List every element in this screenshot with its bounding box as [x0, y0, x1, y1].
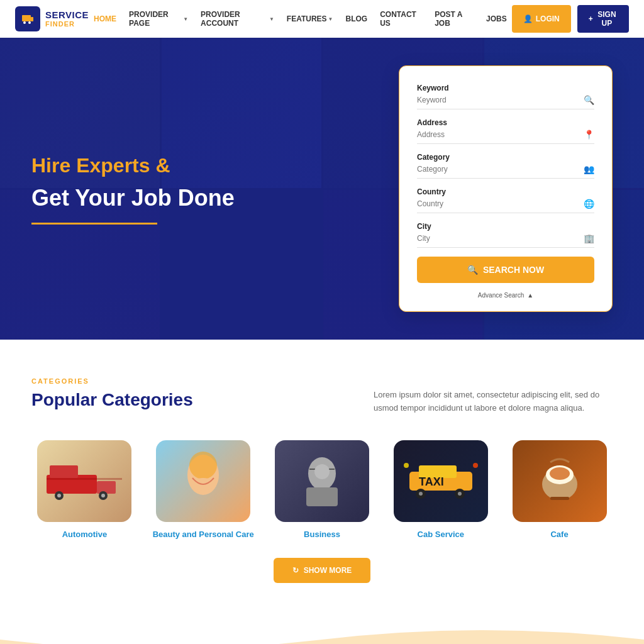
country-input-wrapper: 🌐 — [417, 199, 594, 213]
navbar: SERVICE FINDER HOME PROVIDER PAGE ▼ PROV… — [0, 0, 644, 38]
svg-point-26 — [404, 463, 409, 468]
nav-buttons: 👤 LOGIN + SIGN UP — [512, 5, 629, 33]
category-cafe-name[interactable]: Cafe — [506, 530, 613, 539]
nav-features[interactable]: FEATURES ▼ — [282, 12, 338, 26]
city-label: City — [417, 222, 594, 231]
location-icon: 📍 — [584, 130, 594, 140]
city-input[interactable] — [417, 234, 584, 243]
keyword-input[interactable] — [417, 96, 584, 104]
building-icon: 🏢 — [584, 233, 594, 243]
section-label: CATEGORIES — [31, 377, 193, 385]
truck-image — [37, 440, 131, 522]
search-now-button[interactable]: 🔍 SEARCH NOW — [417, 257, 594, 283]
cafe-image — [513, 440, 607, 522]
user-icon: 👤 — [523, 14, 533, 23]
category-automotive: Automotive — [31, 440, 138, 539]
country-label: Country — [417, 187, 594, 196]
cab-image: TAXI — [394, 440, 488, 522]
address-input[interactable] — [417, 130, 584, 139]
svg-point-8 — [57, 494, 61, 497]
login-button[interactable]: 👤 LOGIN — [512, 5, 571, 33]
country-field: Country 🌐 — [417, 187, 594, 213]
category-business-name[interactable]: Business — [269, 530, 375, 539]
keyword-label: Keyword — [417, 84, 594, 92]
nav-provider-account[interactable]: PROVIDER ACCOUNT ▼ — [196, 8, 279, 30]
hero-section: Hire Experts & Get Your Job Done Keyword… — [0, 38, 644, 340]
chevron-up-icon: ▲ — [527, 292, 533, 299]
category-cab-name[interactable]: Cab Service — [387, 530, 494, 539]
hero-title: Get Your Job Done — [31, 184, 235, 211]
svg-point-1 — [23, 21, 26, 24]
city-field: City 🏢 — [417, 222, 594, 248]
nav-jobs[interactable]: JOBS — [481, 12, 512, 26]
category-business: Business — [269, 440, 375, 539]
section-title: Popular Categories — [31, 390, 193, 410]
show-more-button[interactable]: ↻ SHOW MORE — [274, 558, 371, 583]
address-input-wrapper: 📍 — [417, 130, 594, 144]
advance-search-link[interactable]: Advance Search ▲ — [417, 292, 594, 299]
search-icon: 🔍 — [584, 95, 594, 105]
address-label: Address — [417, 118, 594, 127]
logo-icon — [15, 6, 40, 31]
section-header: CATEGORIES Popular Categories Lorem ipsu… — [31, 377, 613, 415]
nav-home[interactable]: HOME — [89, 12, 121, 26]
nav-blog[interactable]: BLOG — [341, 12, 373, 26]
logo-finder: FINDER — [45, 20, 89, 28]
svg-point-18 — [314, 464, 330, 479]
country-input[interactable] — [417, 199, 584, 208]
category-input[interactable] — [417, 165, 584, 174]
business-image — [275, 440, 369, 522]
category-cab: TAXI Cab Service — [387, 440, 494, 539]
chevron-down-icon: ▼ — [269, 16, 274, 22]
svg-point-10 — [101, 494, 105, 497]
logo-service: SERVICE — [45, 10, 89, 21]
beauty-image — [156, 440, 250, 522]
category-icon: 👥 — [584, 164, 594, 174]
globe-icon: 🌐 — [584, 199, 594, 209]
logo: SERVICE FINDER — [15, 6, 89, 31]
section-desc: Lorem ipsum dolor sit amet, consectetur … — [374, 377, 613, 415]
signup-button[interactable]: + SIGN UP — [577, 5, 629, 33]
show-more-wrapper: ↻ SHOW MORE — [31, 558, 613, 583]
city-input-wrapper: 🏢 — [417, 233, 594, 248]
svg-rect-31 — [550, 497, 569, 500]
svg-point-27 — [473, 463, 478, 468]
svg-point-23 — [419, 492, 423, 496]
keyword-input-wrapper: 🔍 — [417, 95, 594, 109]
nav-post-a-job[interactable]: POST A JOB — [430, 8, 479, 30]
svg-point-30 — [550, 467, 570, 480]
hero-content: Hire Experts & Get Your Job Done Keyword… — [0, 38, 644, 340]
category-business-image — [275, 440, 369, 522]
nav-provider-page[interactable]: PROVIDER PAGE ▼ — [124, 8, 193, 30]
category-field: Category 👥 — [417, 153, 594, 179]
search-btn-icon: 🔍 — [467, 265, 478, 275]
category-automotive-image — [37, 440, 131, 522]
address-field: Address 📍 — [417, 118, 594, 144]
logo-text: SERVICE FINDER — [45, 10, 89, 28]
chevron-down-icon: ▼ — [183, 16, 188, 22]
category-cafe: Cafe — [506, 440, 613, 539]
svg-text:TAXI: TAXI — [419, 475, 444, 488]
category-beauty-image — [156, 440, 250, 522]
hero-text: Hire Experts & Get Your Job Done — [31, 153, 235, 225]
svg-point-2 — [28, 21, 31, 24]
svg-rect-5 — [97, 481, 116, 494]
svg-rect-0 — [22, 15, 31, 21]
svg-rect-6 — [50, 465, 78, 478]
category-label: Category — [417, 153, 594, 162]
category-automotive-name[interactable]: Automotive — [31, 530, 138, 539]
keyword-field: Keyword 🔍 — [417, 84, 594, 109]
hero-tagline: Hire Experts & — [31, 153, 235, 179]
svg-rect-16 — [306, 487, 338, 506]
category-beauty-name[interactable]: Beauty and Personal Care — [150, 530, 257, 539]
nav-contact-us[interactable]: CONTACT US — [375, 8, 427, 30]
category-cafe-image — [513, 440, 607, 522]
category-beauty: Beauty and Personal Care — [150, 440, 257, 539]
chevron-down-icon: ▼ — [328, 16, 333, 22]
plus-icon: + — [589, 14, 593, 23]
section-title-block: CATEGORIES Popular Categories — [31, 377, 193, 410]
svg-point-13 — [189, 452, 217, 479]
svg-rect-11 — [47, 478, 122, 480]
categories-section: CATEGORIES Popular Categories Lorem ipsu… — [0, 340, 644, 621]
category-cab-image: TAXI — [394, 440, 488, 522]
